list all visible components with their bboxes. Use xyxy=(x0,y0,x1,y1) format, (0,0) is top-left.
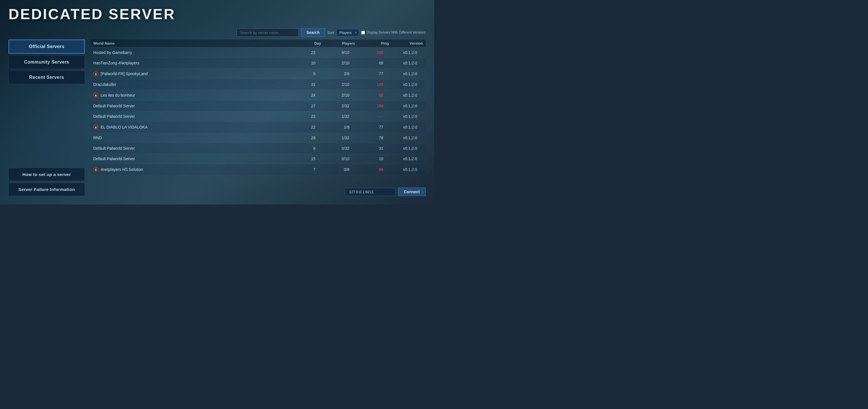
table-row[interactable]: 🔒EL DIABLO LA VIDALOKA221/877v0.1.2.0 xyxy=(90,122,426,133)
cell-players: 0/8 xyxy=(321,167,355,172)
cell-day: 27 xyxy=(287,104,321,108)
cell-players: 1/32 xyxy=(321,136,355,140)
cell-version: v0.1.2.0 xyxy=(389,157,423,161)
cell-ping: 78 xyxy=(355,136,389,140)
cell-day: 5 xyxy=(287,71,321,76)
table-row[interactable]: 🔒Les iles du bonheur242/1088v0.1.2.0 xyxy=(90,90,426,101)
header-ping: Ping xyxy=(355,41,389,45)
cell-ping: 88 xyxy=(355,93,389,97)
table-row[interactable]: Default Palworld Server231/32···v0.1.2.0 xyxy=(90,111,426,122)
cell-players: 1/32 xyxy=(321,114,355,118)
sidebar-item-failure[interactable]: Server Failure Information xyxy=(8,183,85,196)
lock-icon: 🔒 xyxy=(93,167,98,172)
ip-input[interactable] xyxy=(345,188,396,196)
cell-day: 31 xyxy=(287,82,321,87)
cell-ping: 208 xyxy=(355,104,389,108)
cell-version: v0.1.2.0 xyxy=(389,61,423,65)
table-row[interactable]: RND281/3278v0.1.2.0 xyxy=(90,133,426,143)
cell-players: 0/32 xyxy=(321,146,355,150)
table-row[interactable]: 🔒[Palworld-FR] SpookyLand52/877v0.1.2.0 xyxy=(90,68,426,79)
cell-day: 15 xyxy=(287,157,321,161)
server-table: World Name Day Players Ping Version Host… xyxy=(90,39,426,183)
header-players: Players xyxy=(321,41,355,45)
cell-server-name: Default Palworld Server xyxy=(93,157,287,161)
sidebar-item-community[interactable]: Community Servers xyxy=(8,55,85,69)
cell-server-name: 🔒EL DIABLO LA VIDALOKA xyxy=(93,125,287,130)
sidebar: Official ServersCommunity ServersRecent … xyxy=(8,28,85,196)
cell-ping: ··· xyxy=(355,114,389,118)
cell-ping: 77 xyxy=(355,125,389,129)
sort-select[interactable]: Players xyxy=(336,29,359,36)
table-row[interactable]: Hosted by Gamebarry239/10205v0.1.2.0 xyxy=(90,47,426,58)
cell-version: v0.1.2.0 xyxy=(389,104,423,108)
server-area: Search Sort Players Display Servers With… xyxy=(90,28,426,196)
cell-server-name: Default Palworld Server xyxy=(93,104,287,108)
cell-players: 2/10 xyxy=(321,82,355,87)
cell-server-name: Draculakuller xyxy=(93,82,287,87)
cell-ping: 105 xyxy=(355,82,389,87)
cell-server-name: Default Palworld Server xyxy=(93,146,287,150)
header-world-name: World Name xyxy=(93,41,287,45)
cell-players: 9/10 xyxy=(321,50,355,55)
cell-day: 10 xyxy=(287,61,321,65)
cell-version: v0.1.2.0 xyxy=(389,93,423,97)
cell-version: v0.1.2.0 xyxy=(389,136,423,140)
nav-section-main: Official ServersCommunity ServersRecent … xyxy=(8,39,85,84)
display-option-label: Display Servers With Different Versions xyxy=(367,31,426,34)
cell-day: 22 xyxy=(287,125,321,129)
cell-server-name: RND xyxy=(93,136,287,140)
display-option: Display Servers With Different Versions xyxy=(361,31,426,34)
table-row[interactable]: HaoTianZong 4Netplayers102/1068v0.1.2.0 xyxy=(90,58,426,68)
search-button[interactable]: Search xyxy=(301,28,325,37)
cell-version: v0.1.2.0 xyxy=(389,125,423,129)
display-versions-checkbox[interactable] xyxy=(361,31,365,34)
cell-day: 8 xyxy=(287,146,321,150)
cell-day: 28 xyxy=(287,136,321,140)
cell-day: 23 xyxy=(287,114,321,118)
page-title: DEDICATED SERVER xyxy=(8,6,426,23)
lock-icon: 🔒 xyxy=(93,93,98,98)
lock-icon: 🔒 xyxy=(93,125,98,130)
sidebar-item-recent[interactable]: Recent Servers xyxy=(8,71,85,84)
lock-icon: 🔒 xyxy=(93,71,98,76)
table-row[interactable]: Default Palworld Server80/3231v0.1.2.0 xyxy=(90,143,426,154)
search-input[interactable] xyxy=(237,29,299,37)
sort-select-wrapper: Players xyxy=(336,29,359,36)
cell-ping: 96 xyxy=(355,167,389,172)
table-row[interactable]: Default Palworld Server272/32208v0.1.2.0 xyxy=(90,101,426,111)
cell-ping: 68 xyxy=(355,61,389,65)
sidebar-item-official[interactable]: Official Servers xyxy=(8,39,85,54)
cell-server-name: 🔒Les iles du bonheur xyxy=(93,93,287,98)
table-row[interactable]: Default Palworld Server150/1010v0.1.2.0 xyxy=(90,154,426,164)
cell-version: v0.1.2.0 xyxy=(389,167,423,172)
cell-version: v0.1.2.0 xyxy=(389,82,423,87)
table-row[interactable]: Draculakuller312/10105v0.1.2.0 xyxy=(90,79,426,90)
sidebar-item-setup[interactable]: How to set up a server xyxy=(8,168,85,181)
cell-ping: 31 xyxy=(355,146,389,150)
toolbar: Search Sort Players Display Servers With… xyxy=(90,28,426,37)
cell-version: v0.1.2.0 xyxy=(389,50,423,55)
cell-ping: 10 xyxy=(355,157,389,161)
header-day: Day xyxy=(287,41,321,45)
cell-players: 1/8 xyxy=(321,125,355,129)
cell-players: 2/10 xyxy=(321,61,355,65)
table-row[interactable]: 🔒4netplayers HS Solution70/896v0.1.2.0 xyxy=(90,164,426,175)
table-header: World Name Day Players Ping Version xyxy=(90,39,426,47)
cell-day: 23 xyxy=(287,50,321,55)
cell-server-name: Default Palworld Server xyxy=(93,114,287,118)
cell-version: v0.1.2.0 xyxy=(389,71,423,76)
connect-button[interactable]: Connect xyxy=(398,188,426,196)
cell-server-name: 🔒4netplayers HS Solution xyxy=(93,167,287,172)
cell-ping: 77 xyxy=(355,71,389,76)
sort-label: Sort xyxy=(327,31,334,35)
cell-server-name: HaoTianZong 4Netplayers xyxy=(93,61,287,65)
cell-version: v0.1.2.0 xyxy=(389,146,423,150)
cell-day: 7 xyxy=(287,167,321,172)
cell-players: 0/10 xyxy=(321,157,355,161)
cell-day: 24 xyxy=(287,93,321,97)
cell-server-name: Hosted by Gamebarry xyxy=(93,50,287,55)
cell-players: 2/8 xyxy=(321,71,355,76)
cell-players: 2/32 xyxy=(321,104,355,108)
cell-ping: 205 xyxy=(355,50,389,55)
cell-server-name: 🔒[Palworld-FR] SpookyLand xyxy=(93,71,287,76)
